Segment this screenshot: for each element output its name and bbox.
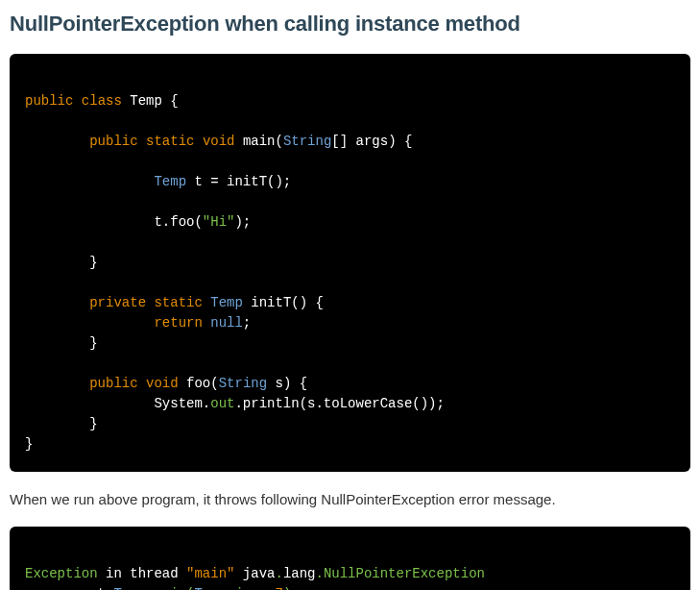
out-field: out xyxy=(210,396,234,411)
brace-close: } xyxy=(89,335,97,351)
kw-null: null xyxy=(210,315,243,331)
st-lang: lang xyxy=(283,566,316,581)
st-dot: . xyxy=(275,566,282,581)
brace-open: { xyxy=(162,93,179,109)
section-heading: NullPointerException when calling instan… xyxy=(10,12,690,37)
kw-static: static xyxy=(146,134,194,149)
kw-private: private xyxy=(89,295,146,310)
st-method: .main( xyxy=(146,586,194,591)
var-decl: t = initT(); xyxy=(186,174,291,189)
call-close: ); xyxy=(234,214,251,230)
system-prefix: System. xyxy=(154,396,210,411)
string-literal: "Hi" xyxy=(203,214,235,230)
method-foo: foo xyxy=(186,376,210,391)
st-file-ext: .java: xyxy=(227,586,275,591)
kw-return: return xyxy=(154,315,202,331)
st-npe: NullPointerException xyxy=(324,566,485,581)
call-prefix: t.foo( xyxy=(154,214,202,230)
st-dot: . xyxy=(316,566,324,581)
kw-public: public xyxy=(25,93,73,109)
kw-void: void xyxy=(203,134,235,149)
type-string: String xyxy=(219,376,267,391)
st-line-no: 7 xyxy=(275,586,282,591)
brace-close: } xyxy=(89,416,97,431)
code-block-java: public class Temp { public static void m… xyxy=(10,54,690,472)
type-temp: Temp xyxy=(154,174,186,189)
paragraph-1: When we run above program, it throws fol… xyxy=(10,489,690,511)
method-sig: initT() { xyxy=(243,295,324,310)
st-at: at xyxy=(25,586,113,591)
st-file-class: Temp xyxy=(194,586,227,591)
st-exception: Exception xyxy=(25,566,98,581)
array-brackets: [] xyxy=(331,134,348,149)
brace-close-outer: } xyxy=(25,436,33,452)
st-paren-close: ) xyxy=(283,586,291,591)
st-class: Temp xyxy=(113,586,146,591)
semi: ; xyxy=(243,315,251,331)
method-main: main xyxy=(243,134,276,149)
code-block-stacktrace: Exception in thread "main" java.lang.Nul… xyxy=(10,527,690,591)
kw-class: class xyxy=(82,93,122,109)
class-name: Temp xyxy=(130,93,162,109)
kw-static: static xyxy=(154,295,202,310)
kw-public: public xyxy=(89,134,137,149)
type-string: String xyxy=(283,134,331,149)
st-java: java xyxy=(234,566,275,581)
param-args: args xyxy=(348,134,388,149)
param-s: s xyxy=(267,376,283,391)
println-call: .println(s.toLowerCase()); xyxy=(234,396,444,411)
kw-public: public xyxy=(89,376,137,391)
return-type: Temp xyxy=(210,295,243,310)
brace-close: } xyxy=(89,255,97,270)
st-text: in thread xyxy=(98,566,186,581)
st-thread-main: "main" xyxy=(186,566,234,581)
kw-void: void xyxy=(146,376,179,391)
